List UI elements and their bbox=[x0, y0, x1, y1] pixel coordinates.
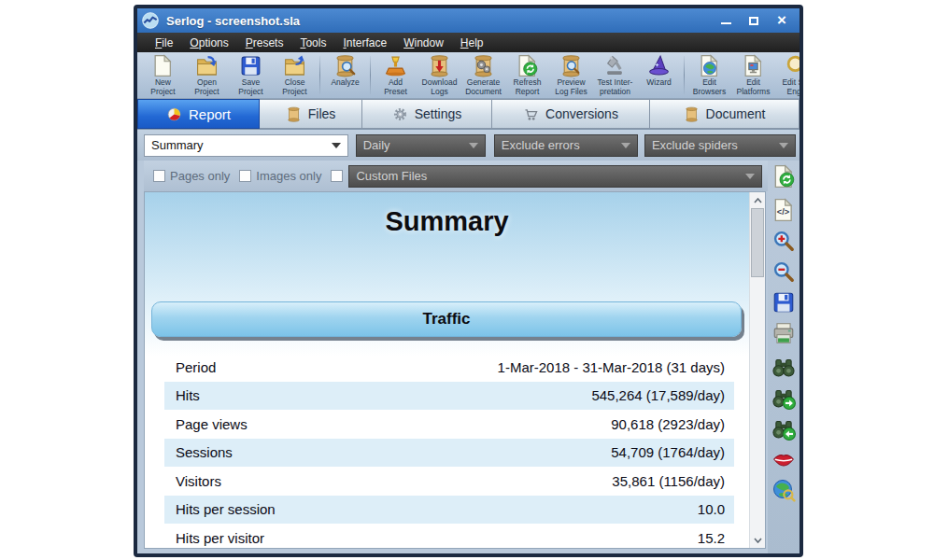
find-previous-icon bbox=[771, 416, 796, 441]
images-only-label: Images only bbox=[256, 169, 321, 183]
save-icon bbox=[771, 290, 796, 315]
menu-window[interactable]: Window bbox=[395, 35, 452, 51]
menu-file[interactable]: File bbox=[147, 35, 181, 51]
menu-interface[interactable]: Interface bbox=[334, 35, 395, 51]
traffic-table: Period 1-Mar-2018 - 31-Mar-2018 (31 days… bbox=[164, 353, 734, 548]
tab-files[interactable]: Files bbox=[260, 99, 362, 129]
chevron-down-icon bbox=[469, 143, 478, 148]
report-side-toolbar: </> bbox=[768, 161, 800, 553]
gear-icon bbox=[392, 106, 408, 122]
open-project-icon bbox=[195, 54, 219, 77]
web-search-button[interactable] bbox=[771, 477, 797, 502]
toolbar-separator bbox=[319, 56, 320, 94]
interval-select[interactable]: Daily bbox=[356, 134, 486, 157]
tab-settings[interactable]: Settings bbox=[362, 99, 492, 129]
menu-presets[interactable]: Presets bbox=[237, 35, 292, 51]
find-button[interactable] bbox=[771, 354, 797, 379]
wizard-button[interactable]: Wizard bbox=[637, 53, 681, 97]
page-refresh-icon bbox=[771, 164, 796, 189]
find-previous-button[interactable] bbox=[771, 415, 797, 441]
zoom-out-icon bbox=[771, 259, 796, 284]
app-logo-icon bbox=[141, 11, 160, 30]
edit-browsers-icon bbox=[698, 54, 721, 77]
scroll-up-button[interactable] bbox=[750, 192, 765, 208]
table-row: Hits per visitor 15.2 bbox=[164, 524, 734, 548]
zoom-in-icon bbox=[771, 229, 796, 253]
scroll-icon bbox=[684, 106, 700, 122]
chevron-down-icon bbox=[745, 174, 755, 179]
lips-icon bbox=[771, 447, 796, 471]
maximize-button[interactable] bbox=[747, 14, 760, 27]
generate-document-button[interactable]: GenerateDocument bbox=[461, 53, 505, 97]
print-icon bbox=[771, 321, 796, 345]
table-row: Visitors 35,861 (1156/day) bbox=[164, 467, 734, 496]
wizard-icon bbox=[647, 54, 671, 77]
refresh-report-icon bbox=[516, 54, 539, 77]
table-row: Page views 90,618 (2923/day) bbox=[164, 410, 734, 439]
menu-bar: File Options Presets Tools Interface Win… bbox=[137, 33, 800, 52]
tab-label: Settings bbox=[415, 106, 462, 121]
tab-conversions[interactable]: Conversions bbox=[492, 99, 650, 129]
close-button[interactable]: × bbox=[775, 14, 788, 27]
feedback-button[interactable] bbox=[771, 446, 797, 471]
toolbar-separator bbox=[684, 56, 685, 94]
preview-log-files-button[interactable]: PreviewLog Files bbox=[549, 53, 593, 97]
scroll-icon bbox=[286, 106, 302, 122]
edit-search-engines-icon bbox=[785, 54, 800, 77]
spiders-filter-select[interactable]: Exclude spiders bbox=[644, 134, 796, 157]
refresh-custom-files-button[interactable] bbox=[771, 163, 797, 189]
images-only-checkbox[interactable] bbox=[239, 170, 251, 182]
analyze-button[interactable]: Analyze bbox=[323, 53, 367, 97]
refresh-report-button[interactable]: RefreshReport bbox=[505, 53, 549, 97]
menu-options[interactable]: Options bbox=[181, 35, 236, 51]
serlog-window: Serlog - screenshot.sla × File Options P… bbox=[134, 5, 803, 557]
report-pane: Pages only Images only Custom Files Summ… bbox=[137, 161, 768, 553]
close-project-button[interactable]: CloseProject bbox=[273, 53, 317, 97]
errors-filter-select[interactable]: Exclude errors bbox=[494, 134, 638, 157]
scrollbar-track[interactable] bbox=[750, 208, 765, 532]
save-report-button[interactable] bbox=[771, 289, 797, 315]
pages-only-checkbox[interactable] bbox=[153, 170, 165, 182]
zoom-out-button[interactable] bbox=[771, 259, 797, 284]
tab-report[interactable]: Report bbox=[137, 99, 260, 129]
minimize-button[interactable] bbox=[719, 14, 732, 27]
save-project-icon bbox=[239, 54, 262, 77]
print-report-button[interactable] bbox=[771, 320, 797, 345]
menu-help[interactable]: Help bbox=[452, 35, 492, 51]
analyze-icon bbox=[333, 54, 357, 77]
vertical-scrollbar[interactable] bbox=[749, 192, 765, 548]
zoom-in-button[interactable] bbox=[771, 228, 797, 253]
custom-files-checkbox[interactable] bbox=[331, 170, 343, 182]
edit-search-engines-button[interactable]: Edit SeaEngin bbox=[775, 53, 800, 97]
custom-files-select[interactable]: Custom Files bbox=[348, 165, 762, 188]
new-project-button[interactable]: NewProject bbox=[141, 53, 185, 97]
edit-browsers-button[interactable]: EditBrowsers bbox=[687, 53, 731, 97]
binoculars-find-icon bbox=[771, 355, 796, 379]
view-html-source-button[interactable]: </> bbox=[771, 197, 797, 222]
scrollbar-thumb[interactable] bbox=[751, 208, 764, 277]
scroll-down-button[interactable] bbox=[750, 532, 765, 548]
desktop: Serlog - screenshot.sla × File Options P… bbox=[0, 0, 934, 560]
download-logs-button[interactable]: DownloadLogs bbox=[417, 53, 461, 97]
open-project-button[interactable]: OpenProject bbox=[185, 53, 229, 97]
tab-label: Files bbox=[308, 106, 336, 121]
report-type-select[interactable]: Summary bbox=[144, 134, 348, 157]
table-row: Hits per session 10.0 bbox=[164, 496, 734, 525]
test-interpretation-button[interactable]: Test Inter-pretation bbox=[593, 53, 637, 97]
svg-text:</>: </> bbox=[777, 206, 789, 216]
pie-chart-icon bbox=[166, 106, 182, 122]
edit-platforms-button[interactable]: EditPlatforms bbox=[731, 53, 775, 97]
add-preset-icon bbox=[384, 54, 407, 77]
menu-tools[interactable]: Tools bbox=[291, 35, 334, 51]
save-project-button[interactable]: SaveProject bbox=[229, 53, 273, 97]
chevron-down-icon bbox=[621, 143, 630, 148]
find-next-button[interactable] bbox=[771, 385, 797, 410]
toolbar-separator bbox=[370, 56, 371, 94]
tab-document[interactable]: Document bbox=[650, 99, 800, 129]
report-page: Summary Traffic Period 1-Mar-2018 - 31-M… bbox=[145, 192, 749, 548]
window-body: Pages only Images only Custom Files Summ… bbox=[137, 161, 800, 553]
new-project-icon bbox=[151, 54, 175, 77]
add-preset-button[interactable]: AddPreset bbox=[374, 53, 417, 97]
table-row: Period 1-Mar-2018 - 31-Mar-2018 (31 days… bbox=[164, 353, 734, 382]
test-interpretation-icon bbox=[603, 54, 627, 77]
